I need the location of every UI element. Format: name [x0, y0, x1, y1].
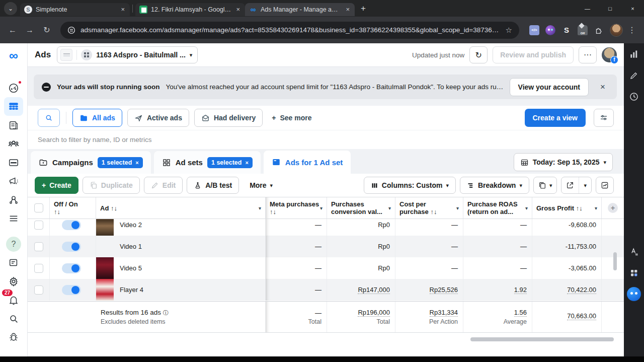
sidebar-item-updates[interactable] — [4, 253, 23, 272]
browser-menu-icon[interactable]: ⋮ — [625, 25, 639, 35]
header-purchases-conversion-value[interactable]: Purchasesconversion val... ▾ — [327, 197, 395, 219]
date-range-selector[interactable]: Today: Sep 15, 2025 ▾ — [514, 153, 613, 171]
header-cost-per-purchase[interactable]: Cost perpurchase ↑↓ ▾ — [395, 197, 463, 219]
clear-selection-icon[interactable]: × — [135, 160, 138, 166]
sidebar-item-reports[interactable] — [4, 116, 23, 134]
ad-name[interactable]: Flayer 4 — [120, 286, 143, 294]
meta-logo[interactable]: ∞ — [9, 45, 18, 65]
ai-assistant-icon[interactable] — [627, 287, 641, 301]
see-more-filters[interactable]: + See more — [268, 114, 315, 122]
sidebar-item-advertise[interactable] — [4, 172, 23, 190]
ad-status-toggle[interactable] — [50, 219, 96, 236]
table-row[interactable]: Video 5 — Rp0 — — -3,065.00 — [28, 257, 624, 279]
adsets-selected-badge[interactable]: 1 selected × — [207, 157, 253, 168]
analytics-icon[interactable] — [627, 47, 641, 61]
breakdown-button[interactable]: Breakdown ▾ — [460, 177, 529, 194]
reports-button[interactable]: ▾ — [533, 177, 557, 194]
extensions-puzzle-icon[interactable] — [594, 25, 604, 35]
sidebar-item-campaigns[interactable] — [4, 97, 23, 116]
sidebar-item-billing[interactable] — [4, 153, 23, 172]
monica-extension-icon[interactable] — [545, 25, 555, 35]
view-account-button[interactable]: View your account — [510, 78, 589, 96]
browser-tab-simplenote[interactable]: S Simplenote × — [20, 3, 130, 16]
sidebar-item-settings[interactable] — [4, 272, 23, 291]
tab-close-icon[interactable]: × — [235, 6, 241, 13]
header-gross-profit[interactable]: Gross Profit ↑↓ ▾ — [532, 197, 602, 219]
ad-name[interactable]: Video 2 — [120, 221, 142, 229]
sidebar-item-help[interactable]: ? — [4, 235, 23, 253]
browser-tab-sheets[interactable]: 12. Fikri Alamsyah - Google She × — [135, 3, 245, 16]
filter-all-ads[interactable]: All ads — [72, 109, 122, 127]
bookmark-star-icon[interactable]: ☆ — [506, 26, 512, 35]
edit-button[interactable]: Edit — [144, 177, 183, 194]
sidebar-item-account-overview[interactable] — [4, 79, 23, 97]
more-options-button[interactable]: ··· — [579, 46, 597, 63]
tab-close-icon[interactable]: × — [120, 6, 126, 13]
vpn-off-extension-icon[interactable]: Off — [578, 25, 588, 35]
sidebar-item-audiences[interactable] — [4, 134, 23, 153]
tab-close-icon[interactable]: × — [345, 6, 351, 13]
ad-cell[interactable]: Video 2 — [96, 219, 266, 236]
view-settings-button[interactable] — [594, 109, 614, 127]
charts-button[interactable] — [596, 177, 614, 194]
chevron-down-icon[interactable]: ▾ — [259, 205, 261, 211]
address-bar[interactable]: adsmanager.facebook.com/adsmanager/manag… — [60, 22, 519, 39]
ad-cell[interactable]: Flayer 4 — [96, 279, 266, 301]
ad-name[interactable]: Video 1 — [120, 243, 142, 250]
apps-grid-icon[interactable] — [627, 266, 641, 280]
info-icon[interactable]: ⓘ — [163, 310, 169, 316]
banner-close-icon[interactable]: × — [595, 79, 611, 95]
sidebar-item-report-bug[interactable] — [4, 328, 23, 346]
browser-profile-avatar[interactable] — [610, 24, 623, 37]
ad-cell[interactable]: Video 5 — [96, 257, 266, 279]
row-checkbox[interactable] — [28, 279, 50, 301]
back-icon[interactable]: ← — [5, 23, 20, 38]
header-off-on[interactable]: Off / On↑↓ — [50, 197, 96, 219]
chevron-down-icon[interactable]: ▾ — [525, 205, 528, 211]
reload-icon[interactable]: ↻ — [39, 23, 54, 38]
tab-search-icon[interactable]: ⌄ — [4, 2, 17, 15]
minimize-button[interactable]: — — [576, 0, 599, 17]
row-checkbox[interactable] — [28, 219, 50, 236]
chevron-down-icon[interactable]: ▾ — [456, 205, 459, 211]
table-row[interactable]: Video 1 — Rp0 — — -11,753.00 — [28, 236, 624, 257]
ad-status-toggle[interactable] — [50, 279, 96, 301]
sidebar-item-notifications[interactable]: 27 — [4, 291, 23, 309]
horizontal-scrollbar[interactable] — [470, 337, 614, 341]
ab-test-button[interactable]: A/B test — [187, 177, 239, 194]
header-ad[interactable]: Ad ↑↓ ▾ — [96, 197, 266, 219]
review-publish-button[interactable]: Review and publish — [493, 46, 574, 63]
ad-status-toggle[interactable] — [50, 257, 96, 279]
new-tab-button[interactable]: + — [361, 4, 366, 14]
table-row[interactable]: Flayer 4 — Rp147,000 Rp25,526 1.92 70,42… — [28, 279, 624, 301]
code-extension-icon[interactable]: </> — [529, 25, 539, 35]
tab-ad-sets[interactable]: Ad sets 1 selected × — [154, 151, 261, 174]
tab-ads[interactable]: Ads for 1 Ad set — [264, 151, 351, 174]
table-row[interactable]: Video 2 — Rp0 — — -9,608.00 — [28, 219, 624, 236]
tab-campaigns[interactable]: Campaigns 1 selected × — [31, 151, 151, 174]
close-button[interactable]: × — [621, 0, 644, 17]
ad-status-toggle[interactable] — [50, 236, 96, 257]
row-checkbox[interactable] — [28, 257, 50, 279]
skype-extension-icon[interactable]: S — [561, 25, 572, 35]
more-button[interactable]: More ▾ — [243, 177, 279, 194]
header-meta-purchases[interactable]: Meta purchases↑↓ ▾ — [266, 197, 327, 219]
translate-icon[interactable] — [627, 245, 641, 259]
filter-active-ads[interactable]: Active ads — [127, 109, 189, 127]
sidebar-item-all-tools[interactable] — [4, 209, 23, 228]
maximize-button[interactable]: □ — [599, 0, 621, 17]
history-clock-icon[interactable] — [627, 90, 641, 104]
campaigns-selected-badge[interactable]: 1 selected × — [98, 157, 143, 168]
columns-button[interactable]: Columns: Custom ▾ — [364, 177, 456, 194]
search-input[interactable] — [38, 136, 614, 143]
compose-pencil-icon[interactable] — [627, 68, 641, 83]
site-settings-icon[interactable] — [67, 26, 75, 34]
forward-icon[interactable]: → — [22, 23, 37, 38]
add-column-button[interactable]: + — [602, 197, 624, 219]
ad-name[interactable]: Video 5 — [120, 264, 142, 272]
account-selector[interactable]: 1163 Adspro - Baitulmall ... ▾ — [57, 46, 198, 63]
clear-selection-icon[interactable]: × — [245, 160, 248, 166]
filter-had-delivery[interactable]: Had delivery — [194, 109, 263, 127]
chevron-down-icon[interactable]: ▾ — [595, 205, 597, 211]
create-button[interactable]: + Create — [35, 177, 78, 194]
